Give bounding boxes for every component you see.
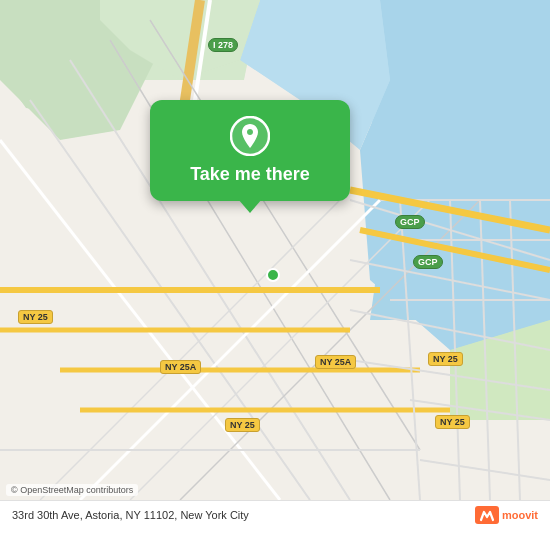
location-pin-icon	[230, 116, 270, 156]
address-text: 33rd 30th Ave, Astoria, NY 11102, New Yo…	[12, 509, 467, 521]
road-badge-ny25a-right: NY 25A	[315, 355, 356, 369]
bottom-bar: 33rd 30th Ave, Astoria, NY 11102, New Yo…	[0, 500, 550, 528]
road-badge-ny25-right1: NY 25	[428, 352, 463, 366]
moovit-logo: moovit	[475, 506, 538, 524]
road-badge-ny25-bottom: NY 25	[225, 418, 260, 432]
road-badge-ny25-right2: NY 25	[435, 415, 470, 429]
popup-card[interactable]: Take me there	[150, 100, 350, 201]
road-badge-gcp-bottom: GCP	[413, 255, 443, 269]
take-me-there-button[interactable]: Take me there	[190, 164, 310, 185]
road-badge-i278: I 278	[208, 38, 238, 52]
road-badge-gcp-top: GCP	[395, 215, 425, 229]
moovit-text: moovit	[502, 509, 538, 521]
green-area-right-mid	[450, 220, 550, 420]
map-container: I 278 NY 25 NY 25 NY 25A NY 25A NY 25 NY…	[0, 0, 550, 500]
map-attribution: © OpenStreetMap contributors	[6, 484, 138, 496]
road-badge-ny25a-center: NY 25A	[160, 360, 201, 374]
moovit-icon	[475, 506, 499, 524]
road-badge-ny25-left: NY 25	[18, 310, 53, 324]
